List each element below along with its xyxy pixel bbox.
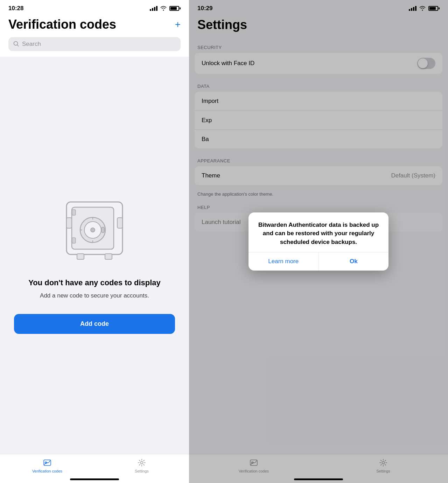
add-button[interactable]: + [175,18,181,30]
empty-subtitle: Add a new code to secure your accounts. [40,292,149,300]
svg-rect-15 [77,254,84,259]
dialog-overlay: Bitwarden Authenticator data is backed u… [189,0,448,483]
svg-rect-3 [66,218,72,228]
wifi-icon [160,6,167,11]
left-bottom-nav: Verification codes Settings [0,454,189,483]
dialog-message: Bitwarden Authenticator data is backed u… [257,221,380,247]
svg-point-20 [141,462,143,464]
left-time: 10:28 [8,5,23,12]
dialog-body: Bitwarden Authenticator data is backed u… [248,212,388,252]
left-page-title: Verification codes [8,18,116,31]
backup-dialog: Bitwarden Authenticator data is backed u… [248,212,388,271]
svg-rect-14 [72,238,76,243]
left-header: Verification codes + [0,15,189,37]
svg-point-19 [47,462,48,463]
svg-rect-13 [72,210,76,215]
search-bar-container: Search [0,37,189,57]
ok-button[interactable]: Ok [318,252,389,271]
svg-rect-16 [105,254,112,259]
dialog-actions: Learn more Ok [248,252,388,271]
empty-title: You don't have any codes to display [28,278,161,287]
empty-state: You don't have any codes to display Add … [0,57,189,483]
nav-settings-label: Settings [135,469,149,473]
svg-rect-12 [102,227,104,233]
left-panel: 10:28 Verification codes + [0,0,189,483]
verification-codes-icon [42,458,52,468]
search-icon [13,41,19,47]
search-bar[interactable]: Search [8,37,181,51]
battery-icon [169,6,181,11]
right-panel: 10:29 Settings [189,0,448,483]
home-indicator-left [70,478,119,480]
signal-icon [150,6,158,11]
left-status-bar: 10:28 [0,0,189,15]
left-status-icons [150,6,181,11]
nav-settings[interactable]: Settings [94,458,189,473]
svg-point-7 [91,228,95,232]
nav-verification-codes[interactable]: Verification codes [0,458,94,473]
svg-rect-4 [117,218,122,228]
settings-icon [137,458,147,468]
nav-codes-label: Verification codes [32,469,62,473]
add-code-button[interactable]: Add code [14,314,175,334]
search-placeholder: Search [22,41,41,48]
safe-illustration [52,184,136,268]
learn-more-button[interactable]: Learn more [248,252,318,271]
